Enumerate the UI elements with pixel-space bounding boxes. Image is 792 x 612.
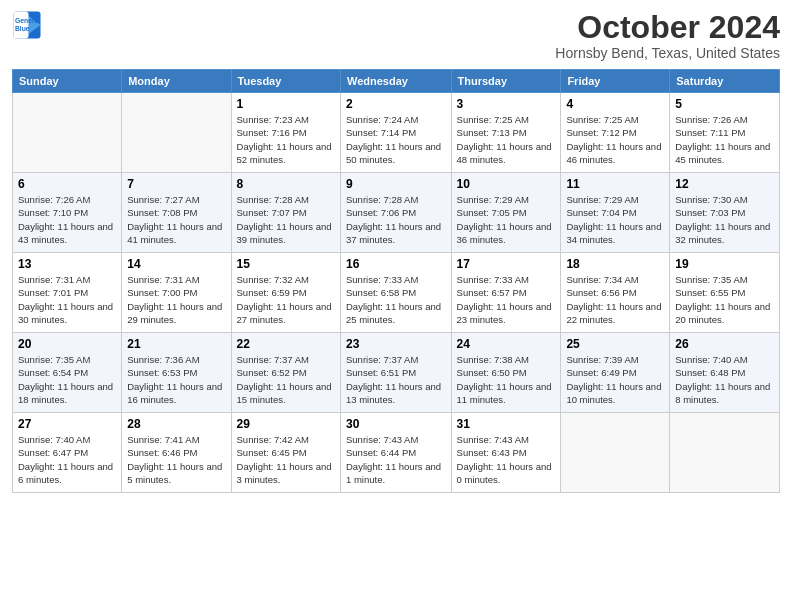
day-cell: 3Sunrise: 7:25 AMSunset: 7:13 PMDaylight… xyxy=(451,93,561,173)
day-info: Sunrise: 7:41 AMSunset: 6:46 PMDaylight:… xyxy=(127,434,222,485)
day-info: Sunrise: 7:40 AMSunset: 6:48 PMDaylight:… xyxy=(675,354,770,405)
day-number: 27 xyxy=(18,417,116,431)
day-number: 20 xyxy=(18,337,116,351)
week-row-4: 27Sunrise: 7:40 AMSunset: 6:47 PMDayligh… xyxy=(13,413,780,493)
header: General Blue October 2024 Hornsby Bend, … xyxy=(12,10,780,61)
day-cell: 20Sunrise: 7:35 AMSunset: 6:54 PMDayligh… xyxy=(13,333,122,413)
day-info: Sunrise: 7:28 AMSunset: 7:06 PMDaylight:… xyxy=(346,194,441,245)
day-cell: 24Sunrise: 7:38 AMSunset: 6:50 PMDayligh… xyxy=(451,333,561,413)
day-number: 11 xyxy=(566,177,664,191)
day-info: Sunrise: 7:43 AMSunset: 6:43 PMDaylight:… xyxy=(457,434,552,485)
day-number: 14 xyxy=(127,257,225,271)
day-cell: 9Sunrise: 7:28 AMSunset: 7:06 PMDaylight… xyxy=(341,173,452,253)
day-cell: 19Sunrise: 7:35 AMSunset: 6:55 PMDayligh… xyxy=(670,253,780,333)
day-number: 12 xyxy=(675,177,774,191)
col-header-thursday: Thursday xyxy=(451,70,561,93)
day-cell: 10Sunrise: 7:29 AMSunset: 7:05 PMDayligh… xyxy=(451,173,561,253)
location: Hornsby Bend, Texas, United States xyxy=(555,45,780,61)
day-number: 28 xyxy=(127,417,225,431)
day-cell: 14Sunrise: 7:31 AMSunset: 7:00 PMDayligh… xyxy=(122,253,231,333)
day-number: 19 xyxy=(675,257,774,271)
day-info: Sunrise: 7:34 AMSunset: 6:56 PMDaylight:… xyxy=(566,274,661,325)
day-cell: 26Sunrise: 7:40 AMSunset: 6:48 PMDayligh… xyxy=(670,333,780,413)
day-info: Sunrise: 7:37 AMSunset: 6:52 PMDaylight:… xyxy=(237,354,332,405)
day-info: Sunrise: 7:27 AMSunset: 7:08 PMDaylight:… xyxy=(127,194,222,245)
day-number: 5 xyxy=(675,97,774,111)
day-cell: 17Sunrise: 7:33 AMSunset: 6:57 PMDayligh… xyxy=(451,253,561,333)
day-info: Sunrise: 7:33 AMSunset: 6:58 PMDaylight:… xyxy=(346,274,441,325)
day-cell: 28Sunrise: 7:41 AMSunset: 6:46 PMDayligh… xyxy=(122,413,231,493)
month-title: October 2024 xyxy=(555,10,780,45)
day-cell: 22Sunrise: 7:37 AMSunset: 6:52 PMDayligh… xyxy=(231,333,340,413)
day-number: 3 xyxy=(457,97,556,111)
col-header-wednesday: Wednesday xyxy=(341,70,452,93)
day-cell: 27Sunrise: 7:40 AMSunset: 6:47 PMDayligh… xyxy=(13,413,122,493)
day-number: 30 xyxy=(346,417,446,431)
day-info: Sunrise: 7:26 AMSunset: 7:11 PMDaylight:… xyxy=(675,114,770,165)
day-number: 22 xyxy=(237,337,335,351)
day-info: Sunrise: 7:35 AMSunset: 6:54 PMDaylight:… xyxy=(18,354,113,405)
day-number: 31 xyxy=(457,417,556,431)
day-number: 16 xyxy=(346,257,446,271)
day-number: 17 xyxy=(457,257,556,271)
day-info: Sunrise: 7:25 AMSunset: 7:12 PMDaylight:… xyxy=(566,114,661,165)
col-header-sunday: Sunday xyxy=(13,70,122,93)
day-cell: 25Sunrise: 7:39 AMSunset: 6:49 PMDayligh… xyxy=(561,333,670,413)
day-info: Sunrise: 7:36 AMSunset: 6:53 PMDaylight:… xyxy=(127,354,222,405)
day-cell: 1Sunrise: 7:23 AMSunset: 7:16 PMDaylight… xyxy=(231,93,340,173)
day-number: 15 xyxy=(237,257,335,271)
day-number: 18 xyxy=(566,257,664,271)
day-number: 24 xyxy=(457,337,556,351)
day-cell: 15Sunrise: 7:32 AMSunset: 6:59 PMDayligh… xyxy=(231,253,340,333)
svg-text:Blue: Blue xyxy=(15,25,30,32)
day-info: Sunrise: 7:40 AMSunset: 6:47 PMDaylight:… xyxy=(18,434,113,485)
day-info: Sunrise: 7:29 AMSunset: 7:05 PMDaylight:… xyxy=(457,194,552,245)
day-number: 2 xyxy=(346,97,446,111)
day-info: Sunrise: 7:23 AMSunset: 7:16 PMDaylight:… xyxy=(237,114,332,165)
day-number: 1 xyxy=(237,97,335,111)
week-row-2: 13Sunrise: 7:31 AMSunset: 7:01 PMDayligh… xyxy=(13,253,780,333)
day-info: Sunrise: 7:32 AMSunset: 6:59 PMDaylight:… xyxy=(237,274,332,325)
day-number: 26 xyxy=(675,337,774,351)
day-info: Sunrise: 7:31 AMSunset: 7:00 PMDaylight:… xyxy=(127,274,222,325)
day-info: Sunrise: 7:31 AMSunset: 7:01 PMDaylight:… xyxy=(18,274,113,325)
day-number: 9 xyxy=(346,177,446,191)
title-block: October 2024 Hornsby Bend, Texas, United… xyxy=(555,10,780,61)
day-number: 10 xyxy=(457,177,556,191)
day-number: 21 xyxy=(127,337,225,351)
day-number: 29 xyxy=(237,417,335,431)
day-cell: 11Sunrise: 7:29 AMSunset: 7:04 PMDayligh… xyxy=(561,173,670,253)
day-cell xyxy=(13,93,122,173)
day-cell: 2Sunrise: 7:24 AMSunset: 7:14 PMDaylight… xyxy=(341,93,452,173)
day-info: Sunrise: 7:24 AMSunset: 7:14 PMDaylight:… xyxy=(346,114,441,165)
day-number: 6 xyxy=(18,177,116,191)
day-info: Sunrise: 7:30 AMSunset: 7:03 PMDaylight:… xyxy=(675,194,770,245)
day-info: Sunrise: 7:29 AMSunset: 7:04 PMDaylight:… xyxy=(566,194,661,245)
col-header-friday: Friday xyxy=(561,70,670,93)
day-cell: 5Sunrise: 7:26 AMSunset: 7:11 PMDaylight… xyxy=(670,93,780,173)
week-row-0: 1Sunrise: 7:23 AMSunset: 7:16 PMDaylight… xyxy=(13,93,780,173)
day-cell: 30Sunrise: 7:43 AMSunset: 6:44 PMDayligh… xyxy=(341,413,452,493)
day-info: Sunrise: 7:38 AMSunset: 6:50 PMDaylight:… xyxy=(457,354,552,405)
day-cell: 29Sunrise: 7:42 AMSunset: 6:45 PMDayligh… xyxy=(231,413,340,493)
day-cell: 4Sunrise: 7:25 AMSunset: 7:12 PMDaylight… xyxy=(561,93,670,173)
day-cell: 8Sunrise: 7:28 AMSunset: 7:07 PMDaylight… xyxy=(231,173,340,253)
week-row-1: 6Sunrise: 7:26 AMSunset: 7:10 PMDaylight… xyxy=(13,173,780,253)
day-cell: 21Sunrise: 7:36 AMSunset: 6:53 PMDayligh… xyxy=(122,333,231,413)
day-number: 13 xyxy=(18,257,116,271)
day-info: Sunrise: 7:43 AMSunset: 6:44 PMDaylight:… xyxy=(346,434,441,485)
day-number: 7 xyxy=(127,177,225,191)
col-header-monday: Monday xyxy=(122,70,231,93)
week-row-3: 20Sunrise: 7:35 AMSunset: 6:54 PMDayligh… xyxy=(13,333,780,413)
day-info: Sunrise: 7:37 AMSunset: 6:51 PMDaylight:… xyxy=(346,354,441,405)
day-info: Sunrise: 7:35 AMSunset: 6:55 PMDaylight:… xyxy=(675,274,770,325)
calendar-container: General Blue October 2024 Hornsby Bend, … xyxy=(0,0,792,503)
day-cell xyxy=(561,413,670,493)
day-number: 8 xyxy=(237,177,335,191)
day-info: Sunrise: 7:28 AMSunset: 7:07 PMDaylight:… xyxy=(237,194,332,245)
svg-text:General: General xyxy=(15,17,40,24)
calendar-table: SundayMondayTuesdayWednesdayThursdayFrid… xyxy=(12,69,780,493)
day-info: Sunrise: 7:33 AMSunset: 6:57 PMDaylight:… xyxy=(457,274,552,325)
day-number: 25 xyxy=(566,337,664,351)
day-number: 4 xyxy=(566,97,664,111)
